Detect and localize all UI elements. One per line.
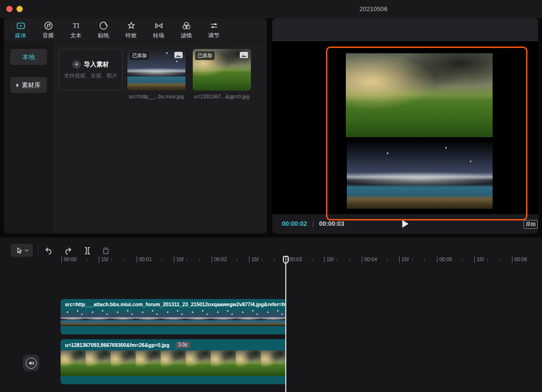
- ruler-label: 00:02: [212, 256, 227, 263]
- expand-arrow-icon: [16, 83, 19, 87]
- media-library-panel: 媒体 音频 TI 文本 贴纸 特效: [4, 18, 267, 234]
- svg-text:TI: TI: [72, 22, 79, 30]
- title-bar: 20210506: [0, 0, 542, 18]
- ruler-label: 00:00: [62, 256, 77, 263]
- total-duration: 00:00:03: [319, 220, 344, 227]
- window-title: 20210506: [342, 5, 405, 13]
- ruler-label: 00:06: [512, 256, 527, 263]
- ruler-label: 00:01: [137, 256, 152, 263]
- tab-text-label: 文本: [70, 32, 81, 39]
- tab-media[interactable]: 媒体: [7, 18, 34, 42]
- adjust-icon: [209, 21, 219, 31]
- split-icon: [83, 246, 92, 255]
- tab-filter[interactable]: 滤镜: [172, 18, 200, 42]
- redo-icon: [63, 246, 73, 255]
- ruler-label: 15f: [474, 256, 484, 263]
- timeline-clip-night[interactable]: src=http___attach.bbs.miui.com_forum_201…: [61, 299, 286, 334]
- ruler-label: 00:03: [287, 256, 302, 263]
- media-thumbnail[interactable]: 已添加: [127, 49, 186, 91]
- added-badge: 已添加: [195, 51, 215, 60]
- media-icon: [16, 21, 26, 31]
- ruler-label: 15f: [324, 256, 334, 263]
- chevron-down-icon: [25, 249, 29, 251]
- tab-adjust-label: 调节: [208, 32, 219, 39]
- tab-audio[interactable]: 音频: [34, 18, 62, 42]
- image-type-icon: [240, 52, 248, 58]
- tab-sticker[interactable]: 贴纸: [90, 18, 117, 42]
- media-item-field[interactable]: 已添加 u=1281367...&gp=0.jpg: [193, 49, 251, 99]
- ruler-label: 15f: [249, 256, 259, 263]
- delete-button[interactable]: [100, 245, 111, 256]
- media-caption: u=1281367...&gp=0.jpg: [193, 94, 251, 99]
- tab-audio-label: 音频: [43, 32, 54, 39]
- ruler-label: 15f: [174, 256, 184, 263]
- sidebar-item-local[interactable]: 本地: [10, 49, 47, 65]
- import-material-button[interactable]: + 导入素材 支持视频、音频、图片: [59, 49, 123, 91]
- ruler-label: 00:05: [437, 256, 452, 263]
- tab-text[interactable]: TI 文本: [62, 18, 90, 42]
- sidebar-item-library[interactable]: 素材库: [10, 77, 47, 93]
- minimize-button[interactable]: [16, 6, 23, 12]
- timeline-panel: 00:00 15f 00:01 15f 00:02 15f 00:03 15f …: [0, 237, 542, 392]
- clip-filename: u=1281367093,966769300&fm=26&gp=0.jpg 3.…: [61, 339, 286, 350]
- media-content-area: + 导入素材 支持视频、音频、图片 已添加 src=http__...bs.mi…: [53, 42, 267, 234]
- original-quality-button[interactable]: 原始: [524, 220, 538, 229]
- split-button[interactable]: [81, 245, 93, 256]
- import-subtitle: 支持视频、音频、图片: [64, 72, 117, 79]
- filter-icon: [182, 21, 191, 31]
- sidebar-local-label: 本地: [22, 53, 35, 62]
- image-type-icon: [174, 52, 183, 58]
- play-button[interactable]: [402, 220, 408, 228]
- speaker-icon: [26, 358, 37, 369]
- sidebar-library-label: 素材库: [22, 81, 41, 90]
- tab-transition[interactable]: 转场: [145, 18, 172, 42]
- redo-button[interactable]: [62, 245, 74, 256]
- transition-icon: [154, 21, 164, 31]
- undo-button[interactable]: [43, 245, 54, 256]
- preview-header: [272, 18, 538, 41]
- clip-duration-badge: 3.0s: [175, 342, 190, 348]
- select-tool-button[interactable]: [11, 244, 33, 257]
- current-time: 00:00:02: [282, 220, 307, 227]
- ruler-label: 00:04: [362, 256, 377, 263]
- effects-icon: [126, 21, 136, 31]
- import-title: 导入素材: [84, 60, 109, 69]
- playhead-line[interactable]: [285, 256, 286, 392]
- media-thumbnail[interactable]: 已添加: [193, 49, 251, 91]
- track-mute-button[interactable]: [23, 355, 39, 371]
- timeline-ruler[interactable]: 00:00 15f 00:01 15f 00:02 15f 00:03 15f …: [0, 256, 542, 265]
- ruler-label: 15f: [399, 256, 409, 263]
- tab-sticker-label: 贴纸: [98, 32, 109, 39]
- timecode: 00:00:02 | 00:00:03: [282, 220, 344, 227]
- media-tab-bar: 媒体 音频 TI 文本 贴纸 特效: [4, 18, 267, 42]
- tab-effects[interactable]: 特效: [117, 18, 145, 42]
- close-button[interactable]: [6, 6, 13, 12]
- preview-panel: 00:00:02 | 00:00:03 原始: [272, 18, 538, 234]
- clip-filename: src=http___attach.bbs.miui.com_forum_201…: [61, 299, 286, 309]
- added-badge: 已添加: [130, 51, 149, 60]
- clip-filmstrip[interactable]: [61, 350, 286, 376]
- ruler-label: 15f: [99, 256, 108, 263]
- audio-icon: [44, 21, 53, 31]
- timeline-clip-field[interactable]: u=1281367093,966769300&fm=26&gp=0.jpg 3.…: [61, 339, 286, 384]
- toolbar-divider: [38, 246, 38, 255]
- tab-media-label: 媒体: [15, 32, 26, 39]
- sticker-icon: [99, 21, 108, 31]
- cursor-icon: [15, 247, 23, 254]
- selection-outline[interactable]: [326, 47, 527, 220]
- time-separator: |: [312, 220, 314, 227]
- media-item-night[interactable]: 已添加 src=http__...bs.miui.jpg: [127, 49, 186, 99]
- undo-icon: [44, 246, 53, 255]
- media-caption: src=http__...bs.miui.jpg: [127, 94, 186, 99]
- tab-adjust[interactable]: 调节: [200, 18, 228, 42]
- tab-effects-label: 特效: [125, 32, 137, 39]
- playhead-handle[interactable]: [283, 256, 289, 264]
- tab-transition-label: 转场: [153, 32, 164, 39]
- media-sidebar: 本地 素材库: [4, 42, 53, 234]
- plus-icon: +: [72, 60, 81, 69]
- trash-icon: [101, 246, 110, 255]
- text-icon: TI: [71, 21, 81, 31]
- clip-filmstrip[interactable]: [61, 309, 286, 326]
- tab-filter-label: 滤镜: [181, 32, 192, 39]
